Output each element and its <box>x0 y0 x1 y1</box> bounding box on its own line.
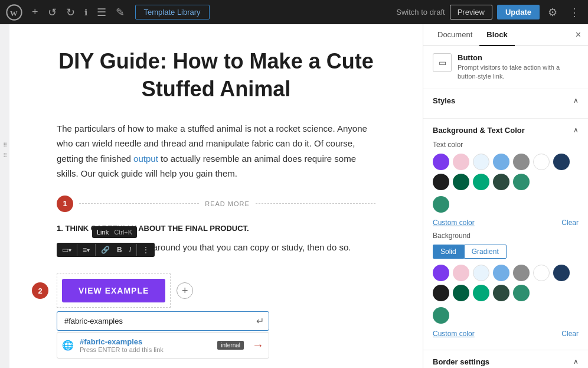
text-swatch-blue[interactable] <box>493 154 509 170</box>
toolbar-separator-3 <box>136 244 137 256</box>
wp-logo[interactable]: W <box>5 3 24 22</box>
alignment-button[interactable]: ≡ ▾ <box>80 244 93 256</box>
globe-icon: 🌐 <box>62 340 74 351</box>
list-view-button[interactable]: ☰ <box>93 4 110 21</box>
text-color-label: Text color <box>433 141 579 149</box>
text-swatch-gray[interactable] <box>513 154 530 170</box>
bg-swatch-dark-blue[interactable] <box>553 265 570 281</box>
block-toolbar: Link Ctrl+K ▭ ▾ ≡ ▾ 🔗 B I ⋮ <box>57 243 155 257</box>
italic-button[interactable]: I <box>126 244 134 256</box>
right-panel: Document Block × ▭ Button Prompt visitor… <box>423 24 588 368</box>
left-strip: ⠿ ⠿ <box>0 24 9 368</box>
text-swatch-pink[interactable] <box>453 154 469 170</box>
tab-document[interactable]: Document <box>430 24 479 46</box>
bold-button[interactable]: B <box>114 244 125 256</box>
button-block-wrapper: VIEW EXAMPLE <box>57 273 171 308</box>
bg-swatch-blue[interactable] <box>493 265 509 281</box>
bg-swatch-gray[interactable] <box>513 265 530 281</box>
step-badge-2: 2 <box>32 282 48 299</box>
text-swatch-darker-green[interactable] <box>493 174 509 190</box>
clear-bg-color[interactable]: Clear <box>561 330 579 338</box>
bg-swatch-purple[interactable] <box>433 265 449 281</box>
drag-handle[interactable]: ⠿ <box>3 142 7 148</box>
bg-swatch-green[interactable] <box>473 285 489 301</box>
text-swatch-green[interactable] <box>473 174 489 190</box>
border-chevron: ∧ <box>573 357 579 366</box>
drag-handle-2[interactable]: ⠿ <box>3 153 7 159</box>
tab-block[interactable]: Block <box>479 24 514 46</box>
text-swatch-dark-green[interactable] <box>453 174 469 190</box>
bg-text-color-section: Background & Text Color ∧ Text color <box>423 119 588 350</box>
editor-area[interactable]: DIY Guide: How to Make a Cute Stuffed An… <box>9 24 423 368</box>
bg-text-title: Background & Text Color <box>433 126 525 135</box>
text-color-actions: Custom color Clear <box>433 219 579 227</box>
editor-content: DIY Guide: How to Make a Cute Stuffed An… <box>9 24 423 350</box>
solid-toggle[interactable]: Solid <box>433 245 464 259</box>
block-type-button[interactable]: ▭ ▾ <box>59 244 74 256</box>
bg-color-extra <box>433 307 579 324</box>
url-input-row[interactable]: ↵ <box>57 311 269 331</box>
preview-button[interactable]: Preview <box>450 5 492 19</box>
update-button[interactable]: Update <box>497 5 540 19</box>
bg-swatch-dark-green[interactable] <box>453 285 469 301</box>
read-more-line-right <box>256 203 375 204</box>
block-details: Button Prompt visitors to take action wi… <box>458 53 579 82</box>
bg-color-grid <box>433 265 579 301</box>
post-body-link[interactable]: output <box>133 154 158 164</box>
url-input-field[interactable] <box>62 312 256 330</box>
add-after-block-button[interactable]: + <box>177 282 193 299</box>
text-color-grid <box>433 154 579 190</box>
text-swatch-dark-blue[interactable] <box>553 154 570 170</box>
bg-swatch-white[interactable] <box>533 265 550 281</box>
text-swatch-white[interactable] <box>533 154 550 170</box>
bg-text-header[interactable]: Background & Text Color ∧ <box>433 126 579 135</box>
custom-color-link[interactable]: Custom color <box>433 219 475 227</box>
text-swatch-blue-light[interactable] <box>473 154 489 170</box>
text-swatch-purple[interactable] <box>433 154 449 170</box>
url-suggestion-dropdown[interactable]: 🌐 #fabric-examples Press ENTER to add th… <box>57 332 269 359</box>
styles-header[interactable]: Styles ∧ <box>433 96 579 105</box>
url-suggestion-link[interactable]: #fabric-examples <box>80 337 211 346</box>
text-swatch-extra-green[interactable] <box>433 196 449 213</box>
add-block-toolbar-button[interactable]: + <box>28 4 42 21</box>
button-block-area: 2 Link Ctrl+K ▭ ▾ ≡ ▾ 🔗 B <box>57 264 375 317</box>
redo-button[interactable]: ↻ <box>63 4 79 21</box>
bg-swatch-blue-light[interactable] <box>473 265 489 281</box>
url-enter-button[interactable]: ↵ <box>256 315 264 327</box>
more-options-button[interactable]: ⋮ <box>566 4 583 21</box>
link-shortcut: Ctrl+K <box>114 229 132 236</box>
undo-button[interactable]: ↺ <box>44 4 60 21</box>
bg-swatch-pink[interactable] <box>453 265 469 281</box>
text-swatch-black[interactable] <box>433 174 449 190</box>
block-info: ▭ Button Prompt visitors to take action … <box>423 46 588 89</box>
border-settings-title: Border settings <box>433 357 489 366</box>
border-settings-header[interactable]: Border settings ∧ <box>423 350 588 368</box>
internal-badge: internal <box>217 341 244 350</box>
url-suggestion-info: #fabric-examples Press ENTER to add this… <box>80 337 211 353</box>
bg-swatch-extra-green[interactable] <box>433 307 449 324</box>
block-name-label: Button <box>458 53 579 62</box>
bg-swatch-darker-green[interactable] <box>493 285 509 301</box>
link-button[interactable]: 🔗 <box>98 244 113 256</box>
clear-text-color[interactable]: Clear <box>561 219 579 227</box>
link-tooltip-label: Link <box>97 229 109 236</box>
bg-text-chevron: ∧ <box>573 126 579 134</box>
view-example-button[interactable]: VIEW EXAMPLE <box>62 279 165 302</box>
main-area: ⠿ ⠿ DIY Guide: How to Make a Cute Stuffe… <box>0 24 588 368</box>
info-button[interactable]: ℹ <box>81 5 91 19</box>
read-more-text: READ MORE <box>205 200 250 207</box>
panel-tabs: Document Block × <box>423 24 588 46</box>
switch-to-draft-button[interactable]: Switch to draft <box>396 8 445 17</box>
block-desc-label: Prompt visitors to take action with a bu… <box>458 63 579 82</box>
custom-bg-color-link[interactable]: Custom color <box>433 330 475 338</box>
bg-swatch-mid-green[interactable] <box>513 285 530 301</box>
template-library-button[interactable]: Template Library <box>135 5 210 19</box>
text-swatch-mid-green[interactable] <box>513 174 530 190</box>
panel-close-button[interactable]: × <box>576 30 581 40</box>
more-options-block-button[interactable]: ⋮ <box>139 244 152 256</box>
text-color-extra <box>433 196 579 213</box>
edit-button[interactable]: ✎ <box>112 4 128 21</box>
bg-swatch-black[interactable] <box>433 285 449 301</box>
settings-button[interactable]: ⚙ <box>544 4 561 21</box>
gradient-toggle[interactable]: Gradient <box>464 245 507 259</box>
